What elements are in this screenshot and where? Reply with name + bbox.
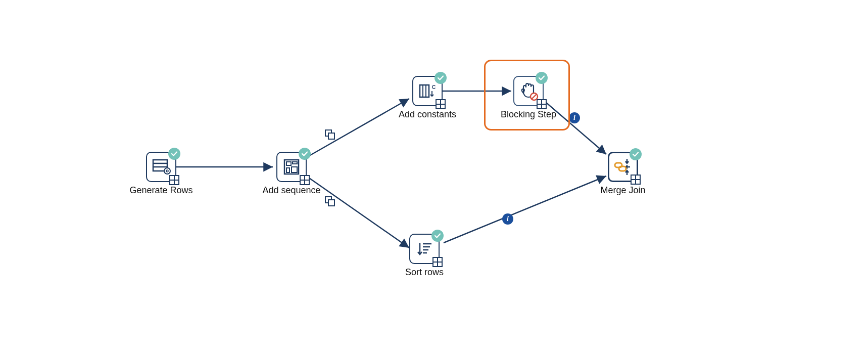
merge-join-icon — [612, 156, 634, 178]
svg-rect-17 — [293, 162, 297, 164]
svg-rect-36 — [619, 166, 626, 171]
svg-rect-20 — [420, 85, 429, 97]
add-sequence-icon — [281, 157, 302, 177]
workflow-canvas[interactable]: i i Generate Rows — [0, 0, 868, 348]
distribute-rows-icon — [325, 196, 335, 206]
node-label: Add constants — [397, 109, 458, 120]
distribute-rows-icon — [325, 129, 335, 140]
node-label: Sort rows — [399, 267, 450, 278]
svg-rect-18 — [286, 168, 290, 172]
svg-point-9 — [164, 168, 170, 174]
node-sort-rows[interactable]: Sort rows — [399, 234, 450, 278]
svg-rect-19 — [292, 167, 297, 172]
sort-rows-icon — [414, 239, 435, 259]
svg-text:C: C — [432, 84, 436, 90]
svg-rect-16 — [286, 162, 291, 165]
info-icon[interactable]: i — [502, 213, 513, 225]
add-constants-icon: C — [417, 81, 438, 101]
blocking-step-icon — [517, 80, 540, 102]
node-add-constants[interactable]: C Add constants — [397, 76, 458, 120]
node-generate-rows[interactable]: Generate Rows — [128, 152, 194, 196]
generate-rows-icon — [151, 157, 171, 177]
node-add-sequence[interactable]: Add sequence — [261, 152, 322, 196]
svg-line-2 — [309, 178, 409, 248]
node-label: Blocking Step — [498, 109, 559, 120]
node-label: Merge Join — [595, 185, 651, 196]
svg-line-5 — [444, 176, 606, 243]
node-label: Generate Rows — [128, 185, 194, 196]
node-label: Add sequence — [261, 185, 322, 196]
node-blocking-step[interactable]: Blocking Step — [498, 76, 559, 120]
node-merge-join[interactable]: Merge Join — [595, 152, 651, 196]
info-icon[interactable]: i — [569, 112, 580, 123]
svg-line-1 — [309, 99, 409, 156]
